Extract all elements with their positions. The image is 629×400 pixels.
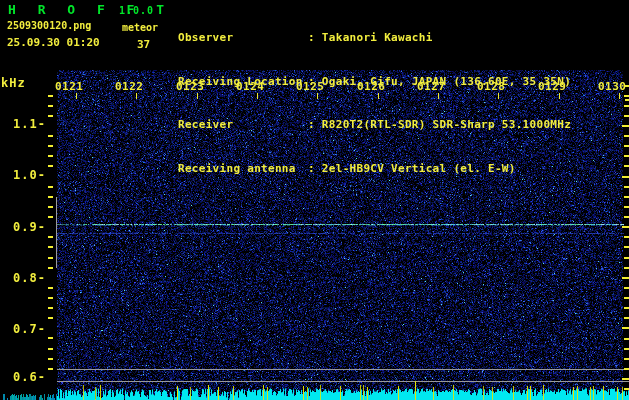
info-separator: : — [308, 162, 322, 175]
y-tick-label-1: 1.0- — [0, 168, 46, 182]
x-tick-label-0121: 0121 — [55, 80, 84, 93]
output-filename: 2509300120.png — [7, 20, 91, 31]
info-value: 2el-HB9CV Vertical (el. E-W) — [322, 162, 516, 175]
hrofft-screen: H R O F F T 1.0.0 2509300120.png meteor … — [0, 0, 629, 400]
x-tick-label-0124: 0124 — [236, 80, 265, 93]
info-row-antenna: Receiving antenna: 2el-HB9CV Vertical (e… — [178, 162, 571, 177]
x-tick-label-0125: 0125 — [296, 80, 325, 93]
info-value: Takanori Kawachi — [322, 31, 433, 44]
info-key: Receiving antenna — [178, 162, 308, 177]
x-tick-label-0123: 0123 — [176, 80, 205, 93]
x-tick-label-0122: 0122 — [115, 80, 144, 93]
station-info: Observer: Takanori Kawachi Receiving Loc… — [178, 2, 571, 205]
info-value: R820T2(RTL-SDR) SDR-Sharp 53.1000MHz — [322, 118, 571, 131]
x-tick-label-0127: 0127 — [417, 80, 446, 93]
x-tick-label-0128: 0128 — [477, 80, 506, 93]
y-tick-label-1.1: 1.1- — [0, 117, 46, 131]
x-tick-label-0130: 0130 — [598, 80, 627, 93]
app-version: 1.0.0 — [119, 5, 154, 16]
y-tick-label-0.8: 0.8- — [0, 271, 46, 285]
y-axis-unit-label: kHz — [1, 76, 26, 90]
date-time: 25.09.30 01:20 — [7, 36, 100, 49]
info-separator: : — [308, 31, 322, 44]
y-tick-label-0.6: 0.6- — [0, 370, 46, 384]
info-row-receiver: Receiver: R820T2(RTL-SDR) SDR-Sharp 53.1… — [178, 118, 571, 133]
info-row-observer: Observer: Takanori Kawachi — [178, 31, 571, 46]
y-tick-label-0.9: 0.9- — [0, 220, 46, 234]
info-separator: : — [308, 118, 322, 131]
info-key: Observer — [178, 31, 308, 46]
info-key: Receiver — [178, 118, 308, 133]
mode-label: meteor — [122, 22, 158, 33]
x-tick-label-0129: 0129 — [538, 80, 567, 93]
y-tick-label-0.7: 0.7- — [0, 322, 46, 336]
x-tick-label-0126: 0126 — [357, 80, 386, 93]
echo-count: 37 — [137, 38, 150, 51]
